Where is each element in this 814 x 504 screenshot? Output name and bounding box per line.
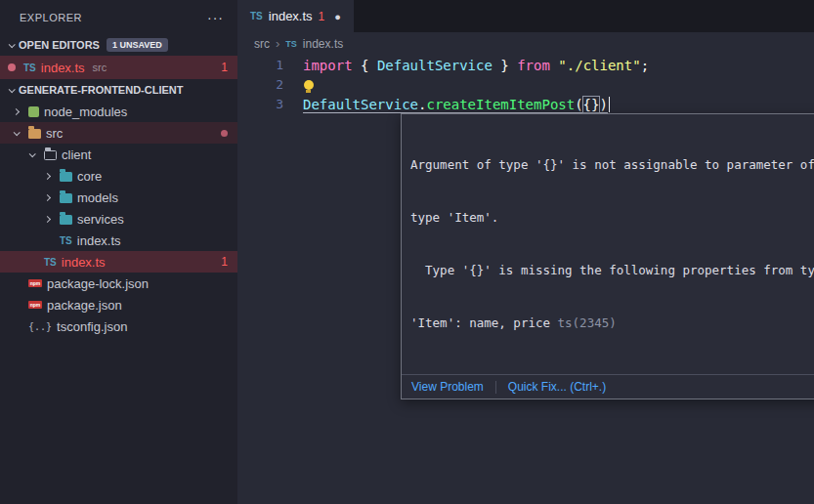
open-editors-header[interactable]: OPEN EDITORS 1 UNSAVED	[0, 34, 237, 56]
tree-item-client-index-ts[interactable]: index.ts	[0, 230, 237, 251]
code-line-3[interactable]: 3 DefaultService.createItemItemPost({})	[237, 95, 814, 114]
text-cursor	[609, 97, 611, 112]
breadcrumb: src › index.ts	[237, 32, 814, 55]
error-message-line: Type '{}' is missing the following prope…	[410, 262, 814, 279]
error-message-line: type 'Item'.	[410, 209, 814, 227]
json-icon	[28, 321, 52, 332]
code-line-2[interactable]: 2	[237, 75, 814, 95]
code-token: createItemItemPost	[426, 97, 575, 112]
error-message-line: Argument of type '{}' is not assignable …	[410, 156, 814, 174]
folder-open-icon	[44, 150, 57, 160]
tree-item-label: index.ts	[77, 233, 121, 248]
tree-item-label: package-lock.json	[47, 276, 149, 291]
tree-item-label: models	[77, 190, 118, 205]
lightbulb-icon[interactable]	[303, 80, 314, 93]
quick-fix-link[interactable]: Quick Fix... (Ctrl+.)	[508, 380, 606, 394]
code-token: import	[303, 58, 353, 73]
folder-icon	[60, 215, 72, 225]
tree-item-src-index-ts[interactable]: index.ts 1	[0, 251, 237, 273]
open-editor-file-path: src	[93, 62, 107, 73]
chevron-down-icon[interactable]	[28, 150, 35, 157]
folder-icon	[60, 172, 72, 182]
tree-item-core[interactable]: core	[0, 165, 237, 187]
tab-bar: index.ts 1 ●	[237, 0, 814, 32]
breadcrumb-item-file[interactable]: index.ts	[303, 37, 343, 51]
error-hover-popup: Argument of type '{}' is not assignable …	[401, 113, 814, 399]
code-token: }	[493, 58, 517, 73]
tree-item-label: client	[62, 147, 91, 162]
tree-item-label: index.ts	[62, 255, 106, 270]
code-line-1[interactable]: 1 import { DefaultService } from "./clie…	[237, 56, 814, 75]
explorer-title: EXPLORER	[20, 12, 207, 23]
tree-item-label: core	[77, 169, 102, 184]
vscode-window: EXPLORER ··· OPEN EDITORS 1 UNSAVED inde…	[0, 0, 814, 504]
line-number: 2	[237, 75, 283, 95]
chevron-down-icon[interactable]	[8, 41, 15, 48]
tree-item-client[interactable]: client	[0, 144, 237, 165]
explorer-sidebar: EXPLORER ··· OPEN EDITORS 1 UNSAVED inde…	[0, 0, 237, 504]
tree-item-tsconfig-json[interactable]: tsconfig.json	[0, 315, 237, 337]
code-editor[interactable]: 1 import { DefaultService } from "./clie…	[237, 55, 814, 114]
tree-item-node-modules[interactable]: node_modules	[0, 101, 237, 122]
tree-item-package-lock-json[interactable]: package-lock.json	[0, 273, 237, 294]
tree-item-label: node_modules	[44, 105, 127, 119]
code-token: DefaultService	[377, 58, 493, 73]
code-token: (	[575, 97, 582, 112]
breadcrumb-separator-icon: ›	[276, 36, 279, 51]
npm-icon	[28, 279, 42, 287]
error-code-reference: ts(2345)	[558, 315, 617, 330]
open-editors-label: OPEN EDITORS	[19, 39, 100, 51]
tab-title: index.ts	[269, 9, 313, 23]
tree-item-package-json[interactable]: package.json	[0, 294, 237, 315]
typescript-icon	[44, 257, 57, 268]
error-message-text: 'Item': name, price	[410, 315, 550, 330]
unsaved-count-badge: 1 UNSAVED	[107, 38, 168, 52]
typescript-icon	[285, 39, 297, 49]
editor-area: index.ts 1 ● src › index.ts 1 import { D…	[237, 0, 814, 504]
typescript-icon	[23, 63, 36, 73]
tab-index-ts[interactable]: index.ts 1 ●	[237, 0, 354, 32]
code-token: "./client"	[558, 58, 640, 73]
tab-dirty-dot-icon[interactable]: ●	[334, 11, 341, 22]
error-argument-token: {}	[583, 97, 600, 112]
tree-item-src[interactable]: src	[0, 122, 237, 144]
tab-error-count: 1	[319, 10, 325, 23]
tree-item-label: src	[46, 126, 63, 141]
actions-divider	[495, 381, 496, 394]
tree-item-label: tsconfig.json	[57, 319, 127, 334]
error-message: Argument of type '{}' is not assignable …	[402, 114, 814, 374]
open-editor-file-name: index.ts	[41, 61, 85, 75]
chevron-right-icon[interactable]	[43, 172, 50, 179]
more-actions-icon[interactable]: ···	[207, 10, 224, 25]
error-count-badge: 1	[221, 61, 228, 74]
folder-error-dot-icon	[221, 130, 228, 137]
tree-item-label: package.json	[47, 298, 122, 313]
hover-actions-bar: View Problem Quick Fix... (Ctrl+.)	[402, 374, 814, 399]
breadcrumb-item-src[interactable]: src	[254, 37, 270, 51]
tree-item-models[interactable]: models	[0, 187, 237, 208]
error-count-badge: 1	[221, 255, 228, 269]
chevron-right-icon[interactable]	[43, 215, 50, 222]
explorer-header: EXPLORER ···	[0, 0, 237, 34]
view-problem-link[interactable]: View Problem	[411, 380, 484, 394]
typescript-icon	[60, 235, 72, 246]
typescript-icon	[250, 11, 263, 21]
workspace-section-header[interactable]: GENERATE-FRONTEND-CLIENT	[0, 79, 237, 101]
src-folder-icon	[28, 129, 41, 139]
code-token: {	[353, 58, 377, 73]
chevron-down-icon[interactable]	[8, 86, 15, 93]
tree-item-services[interactable]: services	[0, 208, 237, 230]
line-number: 1	[237, 56, 283, 75]
code-token: DefaultService	[303, 97, 418, 112]
dirty-dot-icon[interactable]	[8, 63, 16, 71]
open-editor-item-index-ts[interactable]: index.ts src 1	[0, 56, 237, 79]
chevron-down-icon[interactable]	[13, 129, 20, 136]
code-token: from	[517, 58, 550, 73]
chevron-right-icon[interactable]	[12, 107, 19, 114]
workspace-name: GENERATE-FRONTEND-CLIENT	[19, 84, 183, 96]
line-number: 3	[237, 95, 283, 114]
chevron-right-icon[interactable]	[43, 193, 50, 200]
folder-icon	[60, 193, 72, 203]
error-message-line: 'Item': name, price ts(2345)	[410, 315, 814, 332]
node-modules-folder-icon	[28, 106, 39, 117]
